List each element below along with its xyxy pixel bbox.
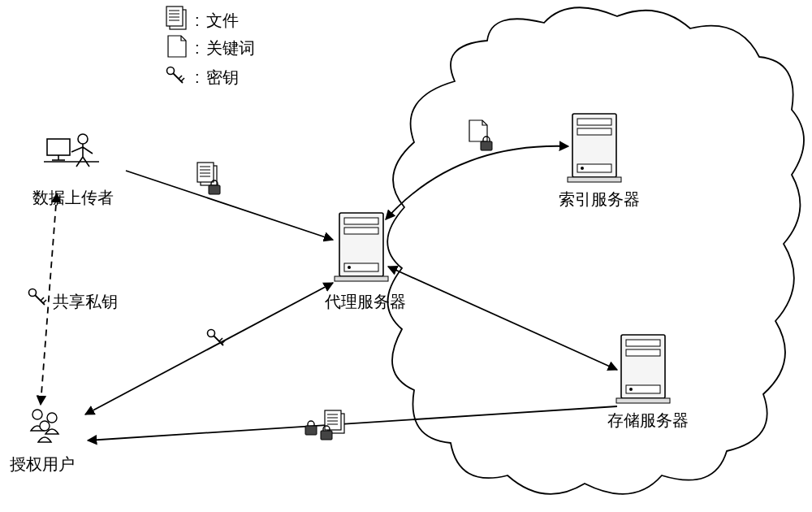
page-icon [469, 120, 487, 141]
lock-icon [321, 426, 332, 440]
data-uploader-icon [44, 134, 99, 167]
edge-proxy-index [386, 146, 568, 219]
proxy-server-label: 代理服务器 [325, 291, 406, 313]
documents-icon [197, 163, 217, 185]
documents-icon [166, 7, 186, 29]
index-server-icon [568, 114, 621, 182]
proxy-server-icon [335, 213, 388, 281]
page-icon [168, 36, 186, 57]
edge-storage-users [88, 406, 617, 440]
share-private-key-label: 共享私钥 [53, 291, 118, 313]
cloud-boundary [387, 7, 804, 494]
legend-keyword-label: 关键词 [206, 37, 255, 59]
edge-proxy-storage [388, 267, 617, 370]
diagram-svg [0, 0, 812, 512]
authorized-users-icon [31, 410, 58, 442]
edge-uploader-to-proxy [126, 171, 333, 240]
lock-icon [481, 137, 492, 150]
edge-users-proxy [85, 283, 333, 414]
storage-server-icon [616, 335, 670, 403]
data-uploader-label: 数据上传者 [32, 187, 114, 209]
key-icon [29, 289, 47, 306]
legend-keyword: : 关键词 [195, 37, 255, 59]
authorized-users-label: 授权用户 [10, 453, 75, 475]
lock-icon [209, 180, 220, 194]
legend-key: : 密钥 [195, 67, 239, 89]
legend-key-label: 密钥 [206, 67, 239, 89]
key-icon [167, 67, 185, 84]
lock-icon [305, 421, 317, 435]
documents-icon [325, 410, 344, 433]
index-server-label: 索引服务器 [559, 189, 640, 210]
storage-server-label: 存储服务器 [607, 410, 689, 432]
key-icon [208, 330, 226, 346]
legend-file: : 文件 [195, 10, 239, 32]
legend-file-label: 文件 [206, 10, 239, 32]
